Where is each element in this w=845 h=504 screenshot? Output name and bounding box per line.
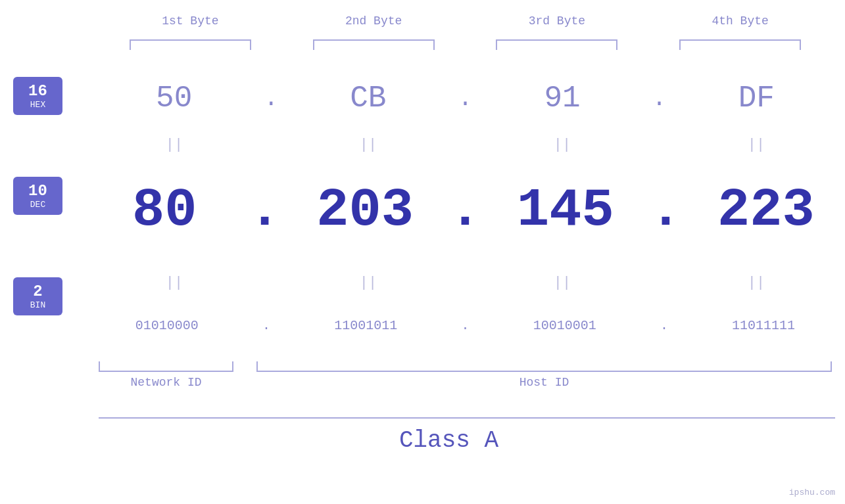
network-bracket [99,361,233,372]
hex-badge: 16 HEX [13,77,62,115]
bin-dot-3: . [660,318,668,333]
bin-val-4: 11011111 [703,318,825,333]
host-id-label: Host ID [256,376,832,389]
host-bracket [256,361,832,372]
bin-dot-2: . [461,318,469,333]
hex-label: HEX [16,100,59,110]
hex-dot-3: . [652,85,667,112]
bin-label: BIN [16,300,59,310]
byte3-header: 3rd Byte [491,14,623,28]
byte4-header: 4th Byte [675,14,806,28]
hex-number: 16 [16,82,59,100]
bin-val-2: 11001011 [305,318,427,333]
equals-row-1: || || || || [85,131,845,158]
network-id-label: Network ID [99,376,233,389]
byte2-header: 2nd Byte [308,14,439,28]
bin-val-3: 10010001 [504,318,625,333]
eq1-2: || [308,137,429,153]
eq2-1: || [114,275,235,291]
dec-badge: 10 DEC [13,177,62,215]
eq2-2: || [308,275,429,291]
eq1-1: || [114,137,235,153]
hex-val-3: 91 [502,81,623,116]
bracket-top-3 [496,39,617,50]
bin-badge: 2 BIN [13,277,62,315]
page: 1st Byte 2nd Byte 3rd Byte 4th Byte 16 H… [0,0,845,504]
dec-dot-1: . [249,180,281,241]
dec-dot-2: . [449,180,481,241]
dec-dot-3: . [650,180,682,241]
bracket-top-4 [679,39,801,50]
hex-val-1: 50 [113,81,235,116]
hex-dot-2: . [458,85,473,112]
watermark: ipshu.com [789,488,835,497]
hex-dot-1: . [264,85,278,112]
dec-val-4: 223 [705,180,827,241]
eq1-3: || [502,137,623,153]
bin-number: 2 [16,283,59,300]
id-labels-row: Network ID Host ID [85,376,845,389]
bracket-top-2 [313,39,435,50]
dec-val-2: 203 [304,180,426,241]
dec-number: 10 [16,182,59,200]
byte1-header: 1st Byte [124,14,256,28]
bin-val-1: 01010000 [106,318,228,333]
hex-val-4: DF [696,81,817,116]
class-label-container: Class A [0,427,845,454]
class-line [99,417,835,419]
hex-val-2: CB [307,81,429,116]
bottom-brackets [85,361,845,372]
bracket-top-1 [130,39,251,50]
hex-row: 50 . CB . 91 . DF [85,72,845,125]
eq2-3: || [502,275,623,291]
bin-dot-1: . [262,318,270,333]
bin-row: 01010000 . 11001011 . 10010001 . 1101111… [85,299,845,352]
dec-val-3: 145 [504,180,626,241]
dec-row: 80 . 203 . 145 . 223 [85,158,845,263]
class-a-label: Class A [399,427,498,454]
equals-row-2: || || || || [85,269,845,296]
eq1-4: || [696,137,817,153]
dec-val-1: 80 [104,180,226,241]
eq2-4: || [696,275,817,291]
dec-label: DEC [16,200,59,210]
